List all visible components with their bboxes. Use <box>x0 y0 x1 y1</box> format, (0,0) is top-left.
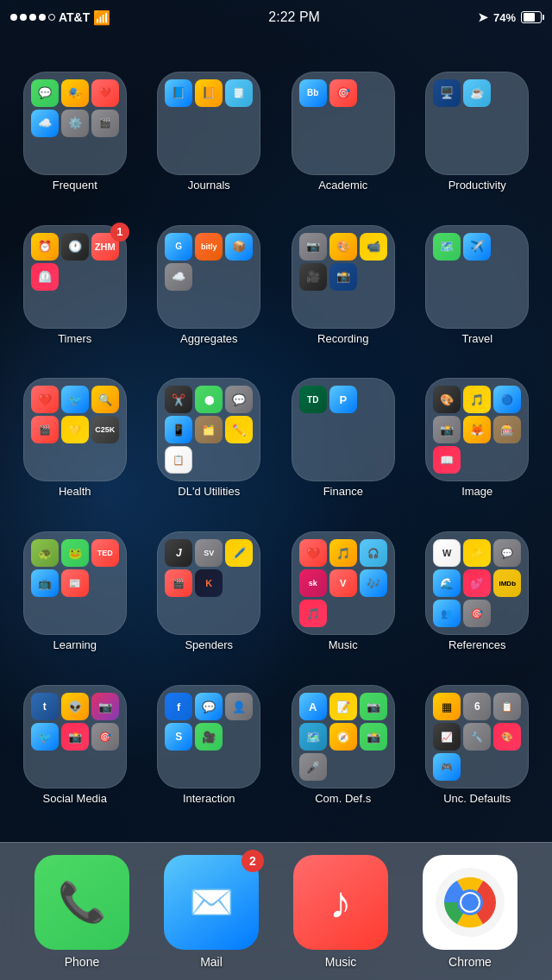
folder-app-empty <box>329 140 357 167</box>
folder-comdefs[interactable]: A 📝 📷 🗺️ 🧭 📸 🎤 Com. Def.s <box>292 685 395 805</box>
folder-app-empty <box>91 753 119 781</box>
folder-app: J <box>165 539 192 567</box>
folder-music[interactable]: ❤️ 🎵 🎧 sk V 🎶 🎵 Music <box>292 531 395 651</box>
folder-references[interactable]: W ✨ 💬 🌊 💕 IMDb 👥 🎯 References <box>425 531 529 651</box>
folder-app: 📘 <box>165 79 192 107</box>
folder-app: 🎵 <box>463 386 491 413</box>
folder-app: 🔍 <box>91 386 119 413</box>
folder-dlutilities[interactable]: ✂️ ⬤ 💬 📱 🗂️ ✏️ 📋 DL'd Utilities <box>157 378 260 498</box>
folder-app-empty <box>31 600 59 627</box>
folder-spenders[interactable]: J SV 🖊️ 🎬 K Spenders <box>157 531 260 651</box>
folder-aggregates[interactable]: G bitly 📦 ☁️ Aggregates <box>157 225 260 345</box>
folder-icon-socialmedia: t 👽 📷 🐦 📸 🎯 <box>23 685 127 788</box>
folder-app: f <box>165 693 192 720</box>
folder-app-empty <box>225 293 253 321</box>
folder-app: ❤️ <box>299 539 327 567</box>
folder-app-empty <box>225 723 253 751</box>
dot-3 <box>29 14 36 21</box>
folder-icon-image: 🎨 🎵 🔵 📸 🦊 🎰 📖 <box>425 378 529 481</box>
folder-label-socialmedia: Social Media <box>43 792 107 805</box>
folder-app-empty <box>165 140 192 167</box>
folder-app-empty <box>195 293 223 321</box>
folder-app: 🔧 <box>463 723 491 751</box>
folder-label-health: Health <box>59 485 91 498</box>
folder-app-empty <box>433 140 461 167</box>
folder-learning[interactable]: 🐢 🐸 TED 📺 📰 Learning <box>23 531 127 651</box>
grid-row-5: t 👽 📷 🐦 📸 🎯 Social Media f 💬 👤 S 🎥 <box>10 685 542 805</box>
music-app-icon: ♪ <box>293 855 388 950</box>
folder-icon-uncdefaults: ▦ 6 📋 📈 🔧 🎨 🎮 <box>425 685 529 788</box>
folder-app: 💬 <box>493 539 521 567</box>
folder-app: 📷 <box>91 693 119 720</box>
folder-app: ✏️ <box>225 416 253 443</box>
folder-label-finance: Finance <box>323 485 363 498</box>
folder-app: 🖊️ <box>225 539 253 567</box>
folder-app: 📈 <box>433 723 461 751</box>
folder-app: ☁️ <box>165 263 192 291</box>
dock-app-chrome[interactable]: Chrome <box>423 855 518 969</box>
folder-app-empty <box>31 446 59 474</box>
grid-row-1: 💬 🎭 ❤️ ☁️ ⚙️ 🎬 Frequent 📘 📙 🗒️ <box>10 72 542 192</box>
folder-app-empty <box>299 293 327 321</box>
folder-app-empty <box>463 293 491 321</box>
folder-timers[interactable]: 1 ⏰ 🕐 ZHM ⏲️ Timers <box>23 225 127 345</box>
folder-app-empty <box>195 140 223 167</box>
folder-app: 🐢 <box>31 539 59 567</box>
folder-app-empty <box>195 446 223 474</box>
folder-app-empty <box>463 110 491 137</box>
folder-icon-finance: TD P <box>292 378 395 481</box>
folder-app: t <box>31 693 59 720</box>
dock-app-mail[interactable]: 2 ✉️ Mail <box>164 855 259 969</box>
folder-label-travel: Travel <box>461 332 492 345</box>
folder-app: A <box>299 693 327 720</box>
folder-app-empty <box>61 140 89 167</box>
folder-app-empty <box>299 446 327 474</box>
folder-journals[interactable]: 📘 📙 🗒️ Journals <box>157 72 260 192</box>
folder-app: W <box>433 539 461 567</box>
folder-icon-interaction: f 💬 👤 S 🎥 <box>157 685 260 788</box>
folder-label-learning: Learning <box>53 638 97 651</box>
folder-label-dlutilities: DL'd Utilities <box>178 485 240 498</box>
folder-uncdefaults[interactable]: ▦ 6 📋 📈 🔧 🎨 🎮 Unc. Defaults <box>425 685 529 805</box>
folder-app-empty <box>493 140 521 167</box>
folder-image[interactable]: 🎨 🎵 🔵 📸 🦊 🎰 📖 Image <box>425 378 529 498</box>
mail-badge: 2 <box>242 850 264 872</box>
status-left: AT&T 📶 <box>10 9 110 26</box>
folder-label-productivity: Productivity <box>448 179 506 192</box>
folder-app-empty <box>195 600 223 627</box>
folder-finance[interactable]: TD P Finance <box>292 378 395 498</box>
dock-app-music[interactable]: ♪ Music <box>293 855 388 969</box>
folder-app: 📱 <box>165 416 192 443</box>
folder-app: 📋 <box>165 446 192 474</box>
folder-recording[interactable]: 📷 🎨 📹 🎥 📸 Recording <box>292 225 395 345</box>
folder-app-empty <box>360 600 387 627</box>
folder-app: 📖 <box>433 446 461 474</box>
timers-badge: 1 <box>110 223 129 242</box>
folder-app: 🎬 <box>91 110 119 137</box>
folder-productivity[interactable]: 🖥️ ☕ Productivity <box>425 72 529 192</box>
folder-icon-timers: 1 ⏰ 🕐 ZHM ⏲️ <box>23 225 127 329</box>
battery-fill <box>524 13 535 22</box>
folder-label-image: Image <box>461 485 492 498</box>
folder-app-empty <box>433 110 461 137</box>
folder-label-uncdefaults: Unc. Defaults <box>443 792 511 805</box>
folder-app: 🎥 <box>195 723 223 751</box>
folder-academic[interactable]: Bb 🎯 Academic <box>292 72 395 192</box>
folder-interaction[interactable]: f 💬 👤 S 🎥 Interaction <box>157 685 260 805</box>
folder-frequent[interactable]: 💬 🎭 ❤️ ☁️ ⚙️ 🎬 Frequent <box>23 72 127 192</box>
folder-app-empty <box>463 263 491 291</box>
folder-health[interactable]: ❤️ 🐦 🔍 🎬 💛 C25K Health <box>23 378 127 498</box>
folder-icon-health: ❤️ 🐦 🔍 🎬 💛 C25K <box>23 378 127 481</box>
folder-app-empty <box>195 110 223 137</box>
folder-icon-references: W ✨ 💬 🌊 💕 IMDb 👥 🎯 <box>425 531 529 635</box>
folder-app: 🎯 <box>329 79 357 107</box>
folder-app: 🗂️ <box>195 416 223 443</box>
folder-app: 🎬 <box>31 416 59 443</box>
folder-travel[interactable]: 🗺️ ✈️ Travel <box>425 225 529 345</box>
folder-app-empty <box>61 293 89 321</box>
folder-app: 🎧 <box>360 539 387 567</box>
folder-socialmedia[interactable]: t 👽 📷 🐦 📸 🎯 Social Media <box>23 685 127 805</box>
folder-app: IMDb <box>493 569 521 597</box>
dot-5 <box>48 14 55 21</box>
dock-app-phone[interactable]: 📞 Phone <box>34 855 129 969</box>
